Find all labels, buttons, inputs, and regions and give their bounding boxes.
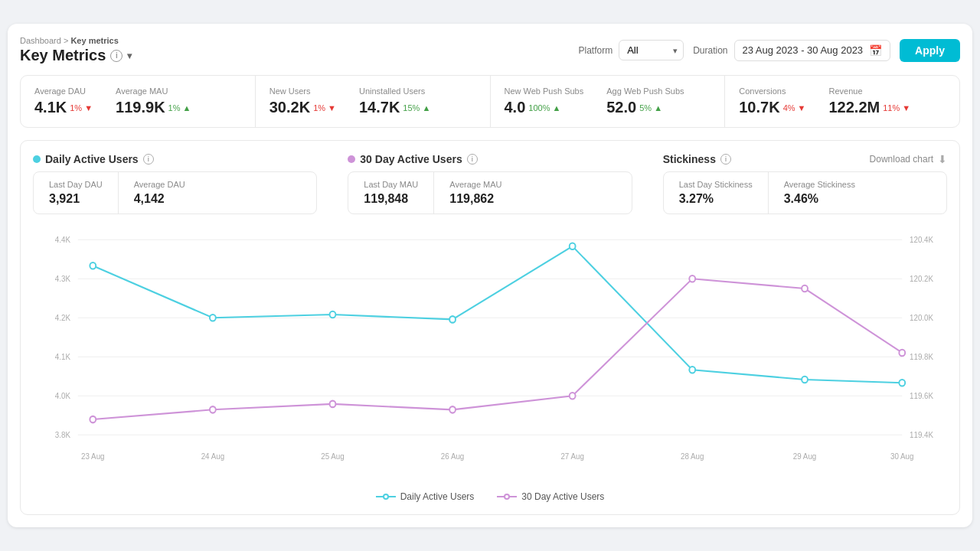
- main-container: Dashboard > Key metrics Key Metrics i ▾ …: [8, 24, 972, 527]
- uninstalled-users-badge: 15% ▲: [403, 103, 430, 112]
- svg-point-33: [899, 380, 905, 386]
- dau-dot: [33, 155, 41, 163]
- svg-text:24 Aug: 24 Aug: [201, 452, 225, 461]
- page-title-info-icon[interactable]: i: [110, 50, 122, 62]
- svg-text:26 Aug: 26 Aug: [441, 452, 465, 461]
- new-users-badge: 1% ▼: [313, 103, 336, 112]
- download-chart-button[interactable]: Download chart ⬇: [870, 153, 947, 165]
- svg-point-41: [899, 350, 905, 357]
- metric-agg-web-push: Agg Web Push Subs 52.0 5% ▲: [606, 86, 684, 116]
- stickiness-average: Average Stickiness 3.46%: [769, 172, 871, 214]
- new-web-push-badge: 100% ▲: [528, 103, 560, 112]
- header: Dashboard > Key metrics Key Metrics i ▾ …: [20, 36, 960, 64]
- platform-label: Platform: [578, 45, 612, 56]
- svg-text:28 Aug: 28 Aug: [681, 452, 704, 461]
- mau-info-icon[interactable]: i: [467, 154, 478, 165]
- svg-point-35: [210, 406, 216, 413]
- page-title-chevron-icon[interactable]: ▾: [127, 51, 132, 61]
- svg-text:120.0K: 120.0K: [910, 314, 933, 322]
- svg-text:3.8K: 3.8K: [55, 431, 70, 439]
- dau-average: Average DAU 4,142: [119, 172, 201, 214]
- svg-point-32: [802, 377, 808, 383]
- avg-mau-badge: 1% ▲: [168, 103, 191, 112]
- apply-button[interactable]: Apply: [900, 39, 960, 62]
- chart-legend: Daily Active Users 30 Day Active Users: [33, 491, 947, 502]
- breadcrumb-parent: Dashboard: [20, 36, 61, 45]
- svg-text:4.2K: 4.2K: [55, 314, 70, 322]
- svg-point-39: [689, 276, 695, 282]
- svg-point-40: [802, 285, 808, 292]
- svg-text:119.4K: 119.4K: [910, 431, 933, 439]
- svg-text:23 Aug: 23 Aug: [81, 452, 105, 461]
- svg-point-29: [449, 316, 456, 323]
- svg-text:4.0K: 4.0K: [55, 392, 70, 400]
- metric-revenue: Revenue 122.2M 11% ▼: [828, 86, 910, 116]
- chart-svg: 4.4K 4.3K 4.2K 4.1K 4.0K 3.8K 120.4K 120…: [33, 223, 947, 484]
- metric-avg-dau: Average DAU 4.1K 1% ▼: [34, 86, 93, 116]
- stickiness-last-day: Last Day Stickiness 3.27%: [664, 172, 769, 214]
- metrics-group-revenue: Conversions 10.7K 4% ▼ Revenue 122.2M 11…: [725, 76, 959, 127]
- svg-text:119.8K: 119.8K: [910, 353, 933, 361]
- duration-value: 23 Aug 2023 - 30 Aug 2023: [743, 44, 864, 56]
- charts-header: Daily Active Users i Last Day DAU 3,921 …: [33, 153, 947, 214]
- svg-text:120.2K: 120.2K: [910, 275, 933, 283]
- duration-group: Duration 23 Aug 2023 - 30 Aug 2023 📅: [693, 40, 890, 61]
- svg-point-37: [449, 406, 456, 413]
- dau-mini-stats: Last Day DAU 3,921 Average DAU 4,142: [33, 171, 317, 214]
- svg-text:25 Aug: 25 Aug: [321, 452, 345, 461]
- header-left: Dashboard > Key metrics Key Metrics i ▾: [20, 36, 132, 64]
- svg-text:29 Aug: 29 Aug: [793, 452, 817, 461]
- avg-dau-badge: 1% ▼: [70, 103, 93, 112]
- chart-area: 4.4K 4.3K 4.2K 4.1K 4.0K 3.8K 120.4K 120…: [33, 223, 947, 484]
- platform-select-wrapper: All iOS Android Web: [619, 40, 684, 60]
- mau-average: Average MAU 119,862: [434, 172, 517, 214]
- dau-block: Daily Active Users i Last Day DAU 3,921 …: [33, 153, 317, 214]
- metric-uninstalled-users: Uninstalled Users 14.7K 15% ▲: [359, 86, 430, 116]
- svg-text:4.3K: 4.3K: [55, 275, 70, 283]
- svg-point-36: [330, 401, 336, 408]
- download-chart-label: Download chart: [870, 154, 933, 165]
- revenue-badge: 11% ▼: [883, 103, 910, 112]
- breadcrumb: Dashboard > Key metrics: [20, 36, 132, 45]
- svg-text:27 Aug: 27 Aug: [560, 452, 584, 461]
- metric-new-users: New Users 30.2K 1% ▼: [270, 86, 336, 116]
- svg-text:119.6K: 119.6K: [910, 392, 933, 400]
- stickiness-mini-stats: Last Day Stickiness 3.27% Average Sticki…: [663, 171, 947, 214]
- charts-section: Daily Active Users i Last Day DAU 3,921 …: [20, 140, 960, 515]
- page-title: Key Metrics i ▾: [20, 47, 132, 64]
- duration-label: Duration: [693, 45, 727, 56]
- svg-point-38: [570, 393, 576, 399]
- dau-title: Daily Active Users i: [33, 153, 317, 165]
- platform-select[interactable]: All iOS Android Web: [619, 40, 684, 60]
- metrics-group-push: New Web Push Subs 4.0 100% ▲ Agg Web Pus…: [491, 76, 726, 127]
- svg-text:120.4K: 120.4K: [910, 236, 933, 244]
- download-icon: ⬇: [938, 153, 947, 165]
- breadcrumb-separator: >: [64, 36, 68, 45]
- svg-point-26: [90, 262, 96, 269]
- agg-web-push-badge: 5% ▲: [639, 103, 662, 112]
- dau-info-icon[interactable]: i: [143, 154, 154, 165]
- breadcrumb-current: Key metrics: [70, 36, 118, 45]
- svg-text:30 Aug: 30 Aug: [890, 452, 914, 461]
- header-right: Platform All iOS Android Web Duration 23…: [578, 39, 960, 62]
- platform-group: Platform All iOS Android Web: [578, 40, 684, 60]
- calendar-icon: 📅: [869, 44, 882, 57]
- metrics-row: Average DAU 4.1K 1% ▼ Average MAU 119.9K…: [20, 75, 960, 128]
- legend-dau: Daily Active Users: [376, 491, 475, 502]
- dau-last-day: Last Day DAU 3,921: [34, 172, 119, 214]
- duration-input[interactable]: 23 Aug 2023 - 30 Aug 2023 📅: [734, 40, 891, 61]
- conversions-badge: 4% ▼: [783, 103, 806, 112]
- mau-block: 30 Day Active Users i Last Day MAU 119,8…: [348, 153, 632, 214]
- metric-conversions: Conversions 10.7K 4% ▼: [739, 86, 805, 116]
- svg-point-28: [330, 311, 336, 318]
- svg-text:4.1K: 4.1K: [55, 353, 70, 361]
- mau-title: 30 Day Active Users i: [348, 153, 632, 165]
- svg-point-27: [210, 315, 216, 321]
- stickiness-info-icon[interactable]: i: [720, 154, 731, 165]
- svg-point-34: [90, 416, 96, 423]
- svg-point-30: [570, 243, 576, 250]
- svg-point-31: [689, 367, 695, 373]
- metric-avg-mau: Average MAU 119.9K 1% ▲: [116, 86, 191, 116]
- mau-mini-stats: Last Day MAU 119,848 Average MAU 119,862: [348, 171, 632, 214]
- mau-last-day: Last Day MAU 119,848: [348, 172, 434, 214]
